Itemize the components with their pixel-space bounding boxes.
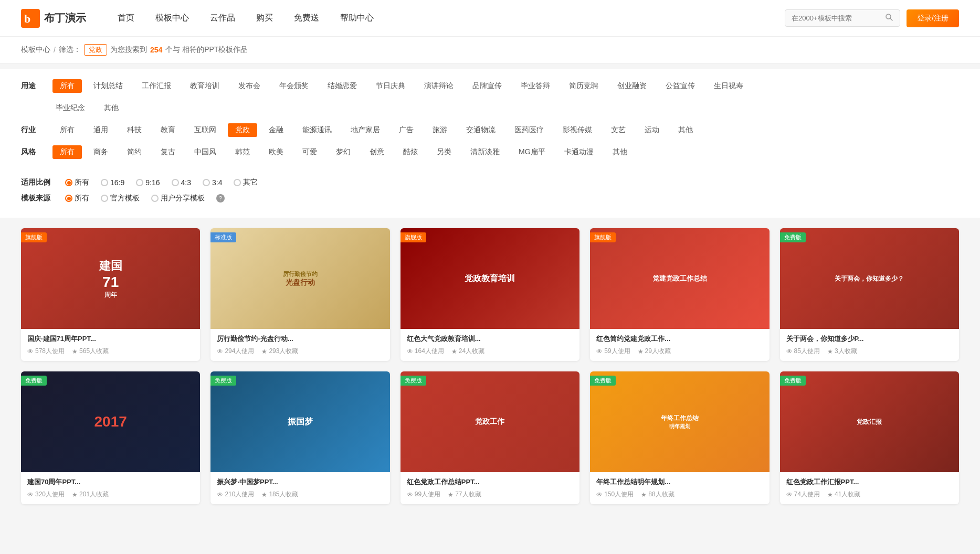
usage-tag-birthday[interactable]: 生日祝寿 (707, 79, 751, 93)
industry-tag-sports[interactable]: 运动 (637, 123, 667, 137)
search-box[interactable] (785, 9, 900, 27)
usage-tag-work[interactable]: 工作汇报 (134, 79, 178, 93)
ratio-option-916[interactable]: 9:16 (136, 178, 160, 187)
style-tag-simple[interactable]: 简约 (120, 145, 149, 159)
ratio-option-43[interactable]: 4:3 (172, 178, 191, 187)
industry-tag-tech[interactable]: 科技 (120, 123, 149, 137)
style-tag-western[interactable]: 欧美 (261, 145, 291, 159)
login-button[interactable]: 登录/注册 (907, 9, 959, 27)
source-option-all[interactable]: 所有 (65, 194, 89, 203)
industry-tag-arts[interactable]: 文艺 (604, 123, 633, 137)
card-8-thumb: 党政工作 免费版 (401, 371, 579, 472)
search-icon[interactable] (885, 13, 893, 23)
card-3[interactable]: 党政教育培训 旗舰版 红色大气党政教育培训... 👁 164人使用 ★ 24人收… (401, 228, 579, 361)
style-tag-other[interactable]: 其他 (605, 145, 635, 159)
nav-free[interactable]: 免费送 (294, 13, 319, 24)
card-2-meta: 👁 294人使用 ★ 293人收藏 (217, 347, 383, 356)
industry-tag-party[interactable]: 党政 (228, 123, 257, 137)
style-tag-business[interactable]: 商务 (86, 145, 115, 159)
card-4-title: 红色简约党建党政工作... (596, 334, 763, 344)
ratio-label-all: 所有 (75, 178, 89, 187)
card-4-info: 红色简约党建党政工作... 👁 59人使用 ★ 29人收藏 (590, 329, 769, 361)
usage-tag-grad-mem[interactable]: 毕业纪念 (48, 101, 92, 115)
style-tag-retro[interactable]: 复古 (153, 145, 183, 159)
industry-tag-logistics[interactable]: 交通物流 (459, 123, 503, 137)
card-8[interactable]: 党政工作 免费版 红色党政工作总结PPT... 👁 99人使用 ★ 77人收藏 (401, 371, 579, 504)
style-tag-cute[interactable]: 可爱 (295, 145, 324, 159)
nav-buy[interactable]: 购买 (256, 13, 273, 24)
card-3-info: 红色大气党政教育培训... 👁 164人使用 ★ 24人收藏 (401, 329, 579, 361)
industry-tag-media[interactable]: 影视传媒 (555, 123, 599, 137)
card-1-meta: 👁 578人使用 ★ 565人收藏 (27, 347, 194, 356)
industry-tag-travel[interactable]: 旅游 (425, 123, 455, 137)
breadcrumb-root[interactable]: 模板中心 (21, 45, 50, 55)
card-6[interactable]: 2017 免费版 建国70周年PPT... 👁 320人使用 ★ 201人收藏 (21, 371, 200, 504)
industry-tag-ads[interactable]: 广告 (392, 123, 421, 137)
style-tag-creative[interactable]: 创意 (362, 145, 392, 159)
usage-tag-startup[interactable]: 创业融资 (610, 79, 654, 93)
usage-tag-annual[interactable]: 年会颁奖 (272, 79, 316, 93)
card-5[interactable]: 关于两会，你知道多少？ 免费版 关于两会，你知道多少P... 👁 85人使用 ★… (780, 228, 959, 361)
usage-tag-public[interactable]: 公益宣传 (658, 79, 702, 93)
style-tag-cool[interactable]: 酷炫 (396, 145, 425, 159)
style-tag-unique[interactable]: 另类 (429, 145, 459, 159)
style-tag-fresh[interactable]: 清新淡雅 (463, 145, 507, 159)
style-tag-korean[interactable]: 韩范 (228, 145, 257, 159)
card-7[interactable]: 振国梦 免费版 振兴梦·中国梦PPT... 👁 210人使用 ★ 185人收藏 (210, 371, 389, 504)
nav-templates[interactable]: 模板中心 (155, 13, 189, 24)
nav-cloud[interactable]: 云作品 (210, 13, 235, 24)
industry-tag-energy[interactable]: 能源通讯 (295, 123, 339, 137)
card-4-thumb-inner: 党建党政工作总结 (590, 228, 769, 329)
ratio-option-169[interactable]: 16:9 (101, 178, 124, 187)
ratio-option-34[interactable]: 3:4 (203, 178, 222, 187)
logo[interactable]: b 布丁演示 (21, 9, 86, 28)
card-1[interactable]: 建国 71 周年 旗舰版 国庆·建国71周年PPT... 👁 578人使用 ★ (21, 228, 200, 361)
usage-tag-resume[interactable]: 简历竞聘 (562, 79, 606, 93)
industry-tag-realestate[interactable]: 地产家居 (343, 123, 387, 137)
source-option-official[interactable]: 官方模板 (101, 194, 140, 203)
industry-filter-label: 行业 (21, 123, 42, 135)
source-option-user[interactable]: 用户分享模板 (151, 194, 205, 203)
usage-tag-plan[interactable]: 计划总结 (86, 79, 130, 93)
usage-tag-other1[interactable]: 其他 (97, 101, 126, 115)
breadcrumb-filter-prefix: 筛选： (59, 45, 81, 55)
usage-tag-graduation[interactable]: 毕业答辩 (513, 79, 557, 93)
industry-tag-medical[interactable]: 医药医疗 (507, 123, 551, 137)
industry-tag-other[interactable]: 其他 (671, 123, 700, 137)
eye-icon-2: 👁 (217, 348, 223, 355)
nav-help[interactable]: 帮助中心 (340, 13, 374, 24)
usage-tag-wedding[interactable]: 结婚恋爱 (320, 79, 364, 93)
card-8-badge: 免费版 (401, 376, 426, 386)
style-tag-dream[interactable]: 梦幻 (329, 145, 358, 159)
usage-tag-launch[interactable]: 发布会 (231, 79, 268, 93)
industry-tag-finance[interactable]: 金融 (261, 123, 291, 137)
style-filter-label: 风格 (21, 145, 42, 157)
industry-tag-internet[interactable]: 互联网 (187, 123, 224, 137)
industry-tag-all[interactable]: 所有 (52, 123, 82, 137)
usage-tag-all[interactable]: 所有 (52, 79, 82, 93)
usage-tag-debate[interactable]: 演讲辩论 (417, 79, 461, 93)
industry-tag-general[interactable]: 通用 (86, 123, 115, 137)
usage-tag-edu[interactable]: 教育培训 (183, 79, 227, 93)
style-tag-chinese[interactable]: 中国风 (187, 145, 224, 159)
card-4[interactable]: 党建党政工作总结 旗舰版 红色简约党建党政工作... 👁 59人使用 ★ 29人… (590, 228, 769, 361)
style-tag-all[interactable]: 所有 (52, 145, 82, 159)
ratio-label-other: 其它 (243, 178, 258, 187)
usage-tag-brand[interactable]: 品牌宣传 (465, 79, 509, 93)
style-tag-cartoon[interactable]: 卡通动漫 (557, 145, 601, 159)
card-7-meta: 👁 210人使用 ★ 185人收藏 (217, 490, 383, 499)
ratio-option-all[interactable]: 所有 (65, 178, 89, 187)
card-2[interactable]: 厉行勤俭节约 光盘行动 标准版 厉行勤俭节约-光盘行动... 👁 294人使用 … (210, 228, 389, 361)
help-icon[interactable]: ? (216, 194, 225, 203)
search-input[interactable] (792, 14, 885, 22)
card-10[interactable]: 党政汇报 免费版 红色党政工作汇报PPT... 👁 74人使用 ★ 41人收藏 (780, 371, 959, 504)
card-10-info: 红色党政工作汇报PPT... 👁 74人使用 ★ 41人收藏 (780, 472, 959, 504)
industry-tag-edu[interactable]: 教育 (153, 123, 183, 137)
style-tag-mg[interactable]: MG扁平 (511, 145, 553, 159)
breadcrumb-filter-tag[interactable]: 党政 (84, 44, 107, 56)
nav-home[interactable]: 首页 (118, 13, 134, 24)
card-3-meta: 👁 164人使用 ★ 24人收藏 (407, 347, 573, 356)
card-9[interactable]: 年终工作总结 明年规划 免费版 年终工作总结明年规划... 👁 150人使用 ★… (590, 371, 769, 504)
ratio-option-other[interactable]: 其它 (234, 178, 258, 187)
usage-tag-holiday[interactable]: 节日庆典 (368, 79, 413, 93)
